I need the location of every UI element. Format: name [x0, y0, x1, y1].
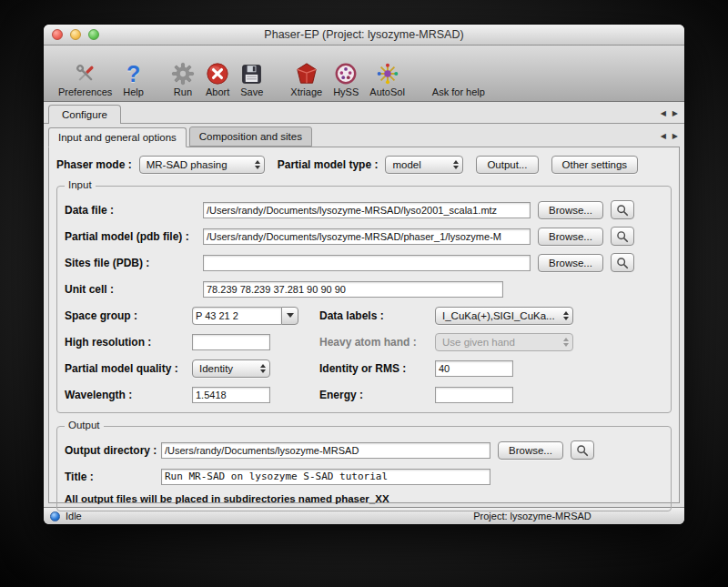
partial-model-quality-row: Partial model quality : Identity Identit… — [57, 355, 671, 381]
toolbar-button-ask-for-help[interactable]: Ask for help — [432, 56, 485, 97]
wavelength-row: Wavelength : Energy : — [57, 381, 671, 408]
toolbar-label: Abort — [206, 86, 229, 97]
output-group-title: Output — [65, 420, 104, 430]
popup-arrows-icon — [563, 311, 569, 320]
title-label: Title : — [65, 471, 161, 483]
input-group: Input Data file : Browse... Partial mode… — [56, 186, 672, 413]
phaser-mode-value: MR-SAD phasing — [147, 159, 248, 170]
toolbar-label: Xtriage — [290, 86, 322, 97]
toolbar-button-run[interactable]: Run — [171, 56, 195, 97]
magnifier-icon — [616, 257, 629, 269]
toolbar-button-help[interactable]: ? Help — [123, 56, 144, 97]
toolbar-label: Help — [123, 86, 144, 97]
unit-cell-input[interactable] — [203, 281, 503, 298]
data-file-row: Data file : Browse... — [57, 197, 671, 223]
title-input[interactable] — [161, 469, 490, 485]
title-row: Title : — [57, 463, 671, 490]
sub-tab-bar: Input and general options Composition an… — [44, 124, 684, 147]
subtab-scroll-arrows: ◀ ▶ — [661, 131, 678, 139]
partial-model-quality-value: Identity — [199, 363, 254, 374]
toolbar-button-preferences[interactable]: Preferences — [58, 56, 112, 97]
close-button[interactable] — [52, 29, 63, 40]
traffic-lights — [52, 29, 99, 40]
data-file-browse-button[interactable]: Browse... — [538, 201, 603, 219]
energy-label: Energy : — [319, 389, 363, 401]
high-resolution-label: High resolution : — [65, 336, 151, 349]
partial-model-search-button[interactable] — [611, 227, 634, 246]
output-group: Output Output directory : Browse... Titl… — [56, 426, 672, 511]
abort-icon — [206, 58, 229, 86]
hyss-icon — [334, 58, 358, 86]
space-group-combo[interactable] — [192, 307, 298, 325]
magnifier-icon — [576, 444, 589, 457]
data-file-label: Data file : — [65, 204, 203, 217]
wavelength-input[interactable] — [192, 387, 270, 403]
toolbar-label: AutoSol — [369, 86, 405, 97]
tab-scroll-left-icon[interactable]: ◀ — [661, 108, 666, 116]
content-area: Configure ◀ ▶ Input and general options … — [44, 102, 684, 507]
sites-file-browse-button[interactable]: Browse... — [538, 254, 603, 272]
data-file-search-button[interactable] — [611, 200, 634, 219]
xtriage-icon — [295, 58, 318, 86]
space-group-input[interactable] — [192, 307, 281, 325]
zoom-button[interactable] — [88, 29, 99, 40]
toolbar-label: Run — [174, 86, 192, 97]
window-title: Phaser-EP (Project: lysozyme-MRSAD) — [264, 28, 463, 41]
toolbar-label: Ask for help — [432, 86, 485, 97]
partial-model-quality-select[interactable]: Identity — [192, 359, 270, 378]
toolbar-button-save[interactable]: Save — [240, 56, 263, 97]
popup-arrows-icon — [563, 338, 569, 347]
main-tab-bar: Configure ◀ ▶ — [44, 102, 684, 124]
subtab-scroll-right-icon[interactable]: ▶ — [672, 131, 678, 139]
toolbar: Preferences ? Help Run — [44, 46, 684, 102]
title-bar[interactable]: Phaser-EP (Project: lysozyme-MRSAD) — [44, 25, 684, 46]
chevron-down-icon — [287, 313, 294, 318]
heavy-atom-hand-select: Use given hand — [435, 333, 573, 351]
partial-model-browse-button[interactable]: Browse... — [538, 228, 603, 246]
sites-file-row: Sites file (PDB) : Browse... — [57, 249, 671, 276]
status-project: Project: lysozyme-MRSAD — [387, 511, 678, 521]
status-text: Idle — [66, 511, 82, 521]
tab-configure[interactable]: Configure — [48, 105, 121, 124]
toolbar-button-xtriage[interactable]: Xtriage — [290, 56, 322, 97]
high-resolution-row: High resolution : Heavy atom hand : Use … — [57, 329, 671, 355]
magnifier-icon — [616, 204, 629, 217]
phaser-mode-select[interactable]: MR-SAD phasing — [139, 156, 265, 174]
output-directory-input[interactable] — [161, 442, 490, 459]
popup-arrows-icon — [255, 160, 260, 169]
autosol-icon — [376, 58, 399, 86]
partial-model-type-value: model — [392, 159, 447, 170]
tab-composition-and-sites[interactable]: Composition and sites — [189, 127, 312, 147]
output-directory-browse-button[interactable]: Browse... — [498, 441, 563, 460]
other-settings-button[interactable]: Other settings — [551, 156, 639, 174]
toolbar-button-autosol[interactable]: AutoSol — [369, 56, 405, 97]
sites-file-search-button[interactable] — [611, 253, 634, 272]
data-labels-select[interactable]: I_CuKa(+),SIGI_CuKa... — [435, 307, 573, 325]
sites-file-input[interactable] — [203, 255, 531, 271]
toolbar-label: HySS — [333, 86, 359, 97]
status-indicator-icon — [50, 511, 60, 521]
tab-input-and-general-options[interactable]: Input and general options — [48, 127, 187, 147]
partial-model-type-select[interactable]: model — [385, 156, 463, 174]
output-button[interactable]: Output... — [476, 156, 538, 174]
save-floppy-icon — [240, 58, 263, 86]
high-resolution-input[interactable] — [192, 334, 270, 350]
toolbar-label: Save — [240, 86, 263, 97]
identity-or-rms-input[interactable] — [435, 360, 513, 377]
partial-model-quality-label: Partial model quality : — [65, 362, 178, 375]
magnifier-icon — [616, 230, 629, 243]
energy-input[interactable] — [435, 387, 513, 403]
output-directory-search-button[interactable] — [571, 440, 594, 460]
minimize-button[interactable] — [70, 29, 81, 40]
tab-scroll-right-icon[interactable]: ▶ — [672, 108, 678, 116]
heavy-atom-hand-value: Use given hand — [442, 337, 557, 348]
data-file-input[interactable] — [203, 202, 531, 218]
mode-options-row: Phaser mode : MR-SAD phasing Partial mod… — [49, 147, 679, 177]
toolbar-button-hyss[interactable]: HySS — [333, 56, 359, 97]
space-group-dropdown-button[interactable] — [281, 307, 298, 325]
tab-scroll-arrows: ◀ ▶ — [661, 108, 678, 116]
space-group-row: Space group : Data labels : I_CuKa(+),SI… — [57, 302, 671, 329]
partial-model-input[interactable] — [203, 228, 531, 245]
subtab-scroll-left-icon[interactable]: ◀ — [661, 131, 666, 139]
toolbar-button-abort[interactable]: Abort — [206, 56, 229, 97]
